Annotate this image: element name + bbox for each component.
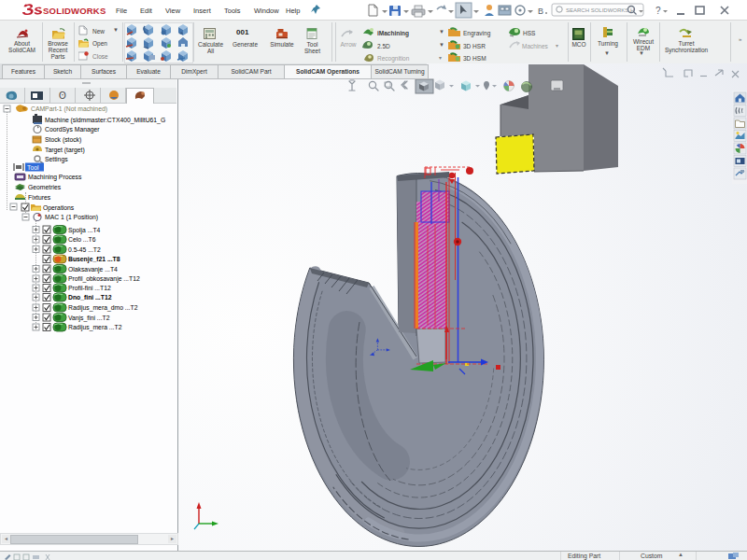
svg-text:Radijus_mera_dmo ...T2: Radijus_mera_dmo ...T2 [68,304,138,312]
svg-text:Stock (stock): Stock (stock) [45,136,81,144]
svg-text:Fixtures: Fixtures [28,194,51,201]
svg-text:Tool: Tool [27,164,39,171]
svg-text:Olaksavanje ...T4: Olaksavanje ...T4 [68,266,118,273]
svg-text:Target (target): Target (target) [45,147,85,154]
svg-text:Dno_fini ...T12: Dno_fini ...T12 [68,294,112,301]
svg-text:CoordSys Manager: CoordSys Manager [45,126,100,133]
svg-text:Machining Process: Machining Process [28,174,82,181]
svg-text:Vanjs_fini ...T2: Vanjs_fini ...T2 [68,315,110,322]
svg-text:0.5-45 ...T2: 0.5-45 ...T2 [68,246,101,253]
svg-text:B: B [538,7,543,16]
svg-text:Settings: Settings [45,156,68,163]
svg-text:Radijus_mera ...T2: Radijus_mera ...T2 [68,324,122,331]
svg-text:MAC 1 (1 Position): MAC 1 (1 Position) [45,214,98,221]
svg-text:Spolja ...T4: Spolja ...T4 [68,227,101,234]
svg-text:Profil-fini ...T12: Profil-fini ...T12 [68,285,111,291]
svg-text:Machine (sldmmaster:CTX400_Mil: Machine (sldmmaster:CTX400_MilltU61_G [45,117,165,124]
svg-text:Operations: Operations [43,204,75,212]
svg-text:?: ? [655,6,661,16]
svg-text:CAMPart-1 (Not machined): CAMPart-1 (Not machined) [31,105,107,113]
svg-text:ʘ: ʘ [59,91,66,101]
svg-text:Celo ...T6: Celo ...T6 [68,236,96,243]
svg-text:SOLIDWORKS: SOLIDWORKS [43,6,106,16]
svg-text:Busenje_f21 ...T8: Busenje_f21 ...T8 [68,256,120,263]
svg-text:Geometries: Geometries [28,184,62,190]
svg-text:Profil_obkosavanje ...T12: Profil_obkosavanje ...T12 [68,275,140,283]
svg-text:SEARCH SOLIDWORKS H: SEARCH SOLIDWORKS H [566,7,634,13]
